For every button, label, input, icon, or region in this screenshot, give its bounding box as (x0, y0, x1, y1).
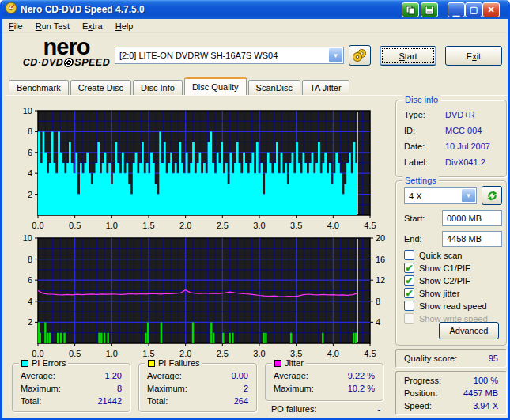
svg-text:6: 6 (28, 148, 32, 157)
settings-group: Settings 4 X ▼ Start: End: Quick scan ✔S… (395, 180, 507, 346)
drive-select[interactable]: [2:0] LITE-ON DVDRW SH-16A7S WS04 ▼ (115, 47, 344, 64)
chevron-down-icon[interactable]: ▼ (329, 48, 342, 62)
minimize-icon: ▁ (453, 8, 459, 17)
copy-button[interactable] (402, 2, 419, 17)
pi-errors-chart: 2468100.00.51.01.52.02.53.03.54.04.5 (10, 104, 390, 230)
start-button[interactable]: Start (380, 46, 436, 66)
pi-failures-legend-icon (148, 360, 155, 367)
disc-date-label: Date: (404, 142, 425, 151)
svg-text:8: 8 (28, 127, 32, 136)
disc-label-label: Label: (404, 157, 428, 167)
start-field[interactable] (442, 210, 502, 226)
header: nero CD·DVDSPEED [2:0] LITE-ON DVDRW SH-… (2, 33, 508, 78)
svg-text:1.5: 1.5 (142, 349, 154, 358)
disc-label-value: DivX041.2 (445, 157, 485, 167)
speed-value: 3.94 X (473, 401, 498, 411)
jitter-legend-icon (274, 360, 281, 367)
svg-text:2.0: 2.0 (179, 349, 191, 358)
tab-disc-info[interactable]: Disc Info (133, 80, 183, 95)
svg-text:4: 4 (376, 317, 380, 327)
svg-text:2.0: 2.0 (179, 221, 191, 230)
pi-errors-legend-icon (21, 360, 28, 367)
tab-disc-quality[interactable]: Disc Quality (184, 77, 247, 95)
refresh-button[interactable] (482, 186, 502, 205)
svg-text:12: 12 (376, 275, 385, 285)
svg-text:3.5: 3.5 (290, 221, 302, 230)
po-failures-label: PO failures: (271, 404, 316, 414)
maximize-button[interactable]: ▢ (465, 2, 482, 17)
disc-id-value: MCC 004 (445, 126, 482, 135)
menu-item-help[interactable]: Help (109, 20, 140, 32)
menu-bar: File Run Test Extra Help (2, 19, 508, 33)
tab-scandisc[interactable]: ScanDisc (248, 80, 300, 95)
progress-label: Progress: (404, 376, 441, 385)
svg-text:8: 8 (28, 255, 32, 264)
title-bar[interactable]: Nero CD-DVD Speed 4.7.5.0 ▁ ▢ ✕ (0, 0, 510, 19)
tab-benchmark[interactable]: Benchmark (9, 80, 69, 95)
speed-select[interactable]: 4 X ▼ (404, 187, 477, 204)
end-field[interactable] (442, 231, 502, 247)
eject-button[interactable] (349, 45, 371, 66)
checkbox-show-jitter[interactable]: ✔Show jitter (404, 288, 459, 298)
checkbox-icon: ✔ (404, 275, 414, 286)
pi-failures-group: PI Failures Average:0.00 Maximum:2 Total… (138, 363, 257, 412)
svg-text:3.0: 3.0 (253, 221, 265, 230)
save-button[interactable] (421, 2, 438, 17)
position-label: Position: (404, 388, 437, 398)
checkbox-show-read-speed[interactable]: Show read speed (404, 301, 487, 311)
discs-icon (352, 48, 368, 62)
end-label: End: (404, 234, 422, 244)
close-button[interactable]: ✕ (482, 2, 500, 17)
svg-text:2.5: 2.5 (217, 349, 229, 358)
checkbox-show-c2-pif[interactable]: ✔Show C2/PIF (404, 275, 470, 286)
speed-label: Speed: (404, 401, 432, 411)
exit-button[interactable]: Exit (445, 46, 502, 66)
tab-strip: Benchmark Create Disc Disc Info Disc Qua… (9, 78, 351, 95)
svg-text:2: 2 (28, 190, 32, 199)
disc-type-label: Type: (404, 110, 425, 119)
svg-text:10: 10 (23, 106, 32, 115)
svg-text:2.5: 2.5 (217, 221, 229, 230)
chevron-down-icon[interactable]: ▼ (462, 189, 475, 202)
position-value: 4457 MB (463, 388, 498, 398)
quality-score-panel: Quality score: 95 (395, 349, 507, 368)
pi-failures-caption: PI Failures (145, 358, 202, 368)
checkbox-icon: ✔ (404, 263, 414, 273)
jitter-group: Jitter Average:9.22 % Maximum:10.2 % (265, 363, 383, 401)
menu-item-extra[interactable]: Extra (76, 20, 109, 32)
svg-text:0.0: 0.0 (32, 221, 43, 230)
checkbox-quick-scan[interactable]: Quick scan (404, 250, 462, 260)
progress-value: 100 % (474, 376, 498, 385)
quality-score-label: Quality score: (404, 354, 457, 363)
copy-icon (406, 6, 415, 15)
svg-text:8: 8 (376, 297, 380, 306)
svg-text:4.0: 4.0 (327, 349, 339, 358)
svg-text:1.0: 1.0 (106, 221, 118, 230)
tab-create-disc[interactable]: Create Disc (70, 80, 131, 95)
close-icon: ✕ (487, 6, 494, 14)
refresh-icon (486, 190, 498, 202)
jitter-caption: Jitter (272, 358, 306, 368)
checkbox-icon: ✔ (404, 288, 414, 298)
svg-text:16: 16 (376, 255, 385, 264)
disc-date-value: 10 Jul 2007 (445, 142, 490, 151)
pif-jitter-chart: 2468100.00.51.01.52.02.53.03.54.04.54812… (10, 231, 390, 360)
tab-ta-jitter[interactable]: TA Jitter (302, 80, 349, 95)
window-title: Nero CD-DVD Speed 4.7.5.0 (21, 4, 145, 15)
settings-caption: Settings (402, 176, 439, 185)
svg-text:4: 4 (28, 297, 32, 306)
svg-text:4.5: 4.5 (364, 221, 376, 230)
svg-text:0.5: 0.5 (69, 221, 81, 230)
disc-info-caption: Disc info (402, 95, 440, 104)
quality-score-value: 95 (489, 354, 498, 363)
minimize-button[interactable]: ▁ (448, 2, 465, 17)
menu-item-run-test[interactable]: Run Test (29, 20, 76, 32)
svg-text:0.5: 0.5 (69, 349, 81, 358)
svg-text:4.5: 4.5 (364, 349, 376, 358)
svg-text:0.0: 0.0 (32, 349, 43, 358)
menu-item-file[interactable]: File (2, 20, 29, 32)
checkbox-show-c1-pie[interactable]: ✔Show C1/PIE (404, 263, 470, 273)
advanced-button[interactable]: Advanced (439, 322, 499, 339)
svg-text:1.0: 1.0 (106, 349, 118, 358)
pi-errors-group: PI Errors Average:1.20 Maximum:8 Total:2… (12, 363, 130, 412)
